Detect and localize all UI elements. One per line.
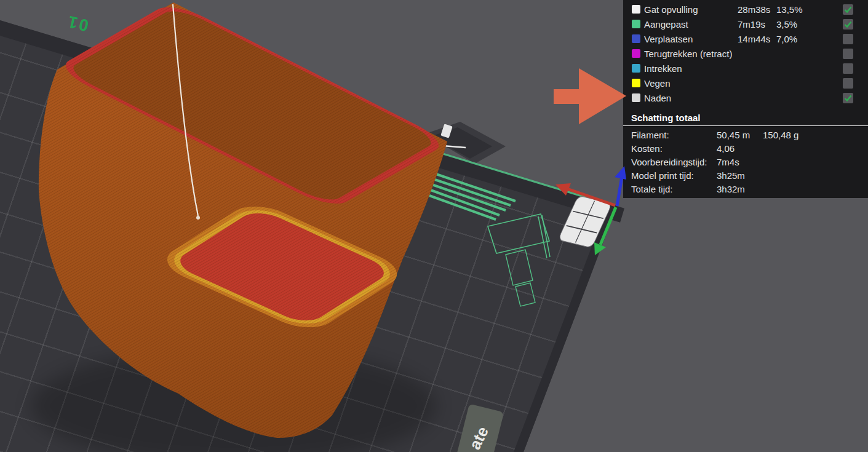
totals-label: Model print tijd:: [631, 170, 694, 181]
legend-row[interactable]: Terugtrekken (retract): [623, 46, 868, 61]
totals-value: 3h32m: [717, 184, 745, 194]
legend-row[interactable]: Aangepast7m19s3,5%: [623, 17, 868, 31]
totals-label: Kosten:: [631, 143, 663, 154]
legend-checkbox[interactable]: [843, 93, 853, 103]
totals-row: Totale tijd:3h32m: [623, 182, 868, 196]
totals-value-2: 150,48 g: [763, 130, 798, 140]
gcode-legend-panel: Gat opvulling28m38s13,5% Aangepast7m19s3…: [623, 0, 868, 198]
legend-label: Aangepast: [644, 19, 688, 30]
legend-checkbox[interactable]: [843, 63, 853, 74]
totals-value: 7m4s: [717, 157, 739, 167]
legend-swatch: [632, 93, 640, 102]
totals-value: 4,06: [717, 143, 735, 154]
legend-row[interactable]: Verplaatsen14m44s7,0%: [623, 31, 868, 46]
totals-label: Totale tijd:: [631, 184, 673, 194]
totals-label: Filament:: [631, 130, 669, 140]
totals-rows: Filament:50,45 m150,48 gKosten:4,06Voorb…: [623, 128, 868, 196]
legend-label: Naden: [644, 93, 671, 103]
legend-label: Intrekken: [644, 63, 682, 74]
legend-checkbox[interactable]: [843, 49, 853, 59]
legend-checkbox[interactable]: [843, 34, 853, 44]
slicer-preview-window: 01: [0, 0, 868, 452]
totals-separator: [623, 125, 868, 126]
totals-row: Model print tijd:3h25m: [623, 169, 868, 182]
totals-title: Schatting totaal: [631, 113, 701, 123]
legend-swatch: [632, 79, 640, 87]
plate-tab-label: ate: [466, 423, 493, 452]
totals-value: 3h25m: [717, 170, 745, 181]
legend-time: 7m19s: [738, 19, 765, 30]
legend-percent: 7,0%: [776, 34, 797, 44]
check-icon: [843, 93, 853, 103]
legend-percent: 13,5%: [776, 4, 803, 15]
seam-end: [196, 216, 200, 220]
check-icon: [843, 5, 853, 14]
legend-row[interactable]: Vegen: [623, 76, 868, 90]
legend-time: 14m44s: [738, 34, 770, 44]
totals-row: Voorbereidingstijd:7m4s: [623, 155, 868, 169]
legend-label: Terugtrekken (retract): [644, 49, 732, 59]
legend-rows: Gat opvulling28m38s13,5% Aangepast7m19s3…: [623, 2, 868, 105]
legend-swatch: [632, 5, 640, 14]
totals-label: Voorbereidingstijd:: [631, 157, 707, 167]
legend-swatch: [632, 64, 640, 73]
legend-label: Gat opvulling: [644, 4, 698, 15]
legend-row[interactable]: Naden: [623, 90, 868, 105]
totals-row: Kosten:4,06: [623, 141, 868, 155]
totals-row: Filament:50,45 m150,48 g: [623, 128, 868, 141]
legend-label: Verplaatsen: [644, 34, 693, 44]
legend-time: 28m38s: [738, 4, 770, 15]
legend-percent: 3,5%: [776, 19, 797, 30]
legend-swatch: [632, 49, 640, 58]
legend-label: Vegen: [644, 78, 671, 89]
check-icon: [843, 20, 853, 29]
legend-row[interactable]: Gat opvulling28m38s13,5%: [623, 2, 868, 17]
legend-checkbox[interactable]: [843, 19, 853, 30]
legend-checkbox[interactable]: [843, 78, 853, 89]
totals-value: 50,45 m: [717, 130, 750, 140]
legend-row[interactable]: Intrekken: [623, 61, 868, 76]
z-axis: [609, 161, 634, 210]
legend-checkbox[interactable]: [843, 4, 853, 15]
legend-swatch: [632, 34, 640, 43]
legend-swatch: [632, 20, 640, 28]
